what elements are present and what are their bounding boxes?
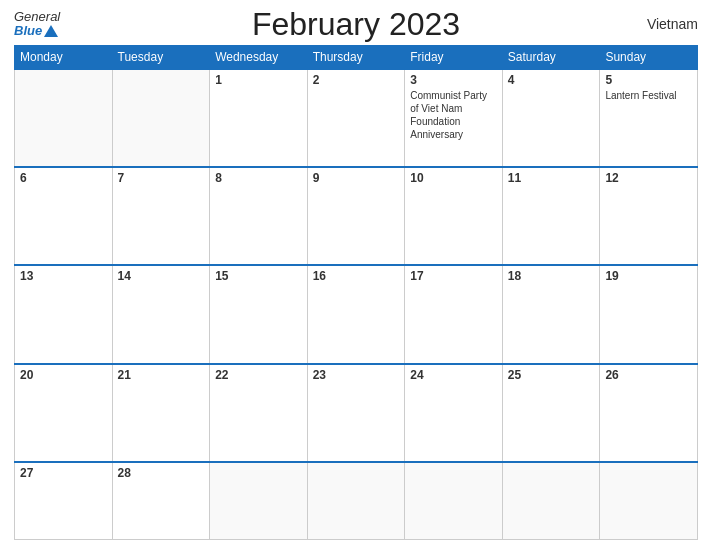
day-number: 1 [215, 73, 302, 87]
calendar-cell [600, 462, 698, 540]
calendar-cell: 3Communist Party of Viet Nam Foundation … [405, 69, 503, 167]
calendar-cell: 14 [112, 265, 210, 363]
calendar-cell: 19 [600, 265, 698, 363]
header-thursday: Thursday [307, 45, 405, 69]
calendar-cell: 16 [307, 265, 405, 363]
calendar-cell: 11 [502, 167, 600, 265]
day-number: 2 [313, 73, 400, 87]
table-row: 20212223242526 [15, 364, 698, 462]
header-friday: Friday [405, 45, 503, 69]
calendar-cell: 18 [502, 265, 600, 363]
table-row: 123Communist Party of Viet Nam Foundatio… [15, 69, 698, 167]
calendar-cell [307, 462, 405, 540]
day-number: 21 [118, 368, 205, 382]
day-number: 15 [215, 269, 302, 283]
logo: General Blue [14, 10, 60, 39]
calendar-cell: 8 [210, 167, 308, 265]
day-number: 27 [20, 466, 107, 480]
calendar-cell: 15 [210, 265, 308, 363]
logo-blue-row: Blue [14, 24, 60, 38]
header-tuesday: Tuesday [112, 45, 210, 69]
day-number: 28 [118, 466, 205, 480]
header-wednesday: Wednesday [210, 45, 308, 69]
calendar-cell: 17 [405, 265, 503, 363]
table-row: 13141516171819 [15, 265, 698, 363]
day-number: 9 [313, 171, 400, 185]
calendar-cell: 10 [405, 167, 503, 265]
day-number: 14 [118, 269, 205, 283]
calendar-cell: 5Lantern Festival [600, 69, 698, 167]
day-number: 3 [410, 73, 497, 87]
calendar-cell: 2 [307, 69, 405, 167]
month-title: February 2023 [252, 6, 460, 43]
day-number: 17 [410, 269, 497, 283]
calendar-cell [112, 69, 210, 167]
day-number: 20 [20, 368, 107, 382]
calendar-cell: 25 [502, 364, 600, 462]
calendar-cell: 21 [112, 364, 210, 462]
day-number: 4 [508, 73, 595, 87]
day-number: 23 [313, 368, 400, 382]
logo-blue-text: Blue [14, 24, 42, 38]
calendar-cell [502, 462, 600, 540]
table-row: 6789101112 [15, 167, 698, 265]
calendar-container: General Blue February 2023 Vietnam Monda… [0, 0, 712, 550]
calendar-table: Monday Tuesday Wednesday Thursday Friday… [14, 45, 698, 540]
event-text: Communist Party of Viet Nam Foundation A… [410, 90, 487, 140]
country-label: Vietnam [647, 16, 698, 32]
day-number: 7 [118, 171, 205, 185]
calendar-cell: 24 [405, 364, 503, 462]
calendar-cell: 7 [112, 167, 210, 265]
day-number: 6 [20, 171, 107, 185]
header-saturday: Saturday [502, 45, 600, 69]
day-number: 24 [410, 368, 497, 382]
day-number: 22 [215, 368, 302, 382]
calendar-cell: 1 [210, 69, 308, 167]
calendar-cell [210, 462, 308, 540]
calendar-cell [405, 462, 503, 540]
day-number: 25 [508, 368, 595, 382]
event-text: Lantern Festival [605, 90, 676, 101]
calendar-cell [15, 69, 113, 167]
calendar-cell: 20 [15, 364, 113, 462]
day-number: 12 [605, 171, 692, 185]
calendar-cell: 12 [600, 167, 698, 265]
day-number: 5 [605, 73, 692, 87]
header-monday: Monday [15, 45, 113, 69]
day-number: 26 [605, 368, 692, 382]
calendar-header: General Blue February 2023 Vietnam [14, 10, 698, 39]
day-number: 8 [215, 171, 302, 185]
table-row: 2728 [15, 462, 698, 540]
day-number: 18 [508, 269, 595, 283]
calendar-cell: 13 [15, 265, 113, 363]
calendar-cell: 23 [307, 364, 405, 462]
calendar-cell: 27 [15, 462, 113, 540]
day-number: 10 [410, 171, 497, 185]
day-number: 11 [508, 171, 595, 185]
calendar-cell: 26 [600, 364, 698, 462]
day-number: 16 [313, 269, 400, 283]
header-sunday: Sunday [600, 45, 698, 69]
calendar-cell: 6 [15, 167, 113, 265]
weekday-header-row: Monday Tuesday Wednesday Thursday Friday… [15, 45, 698, 69]
calendar-cell: 9 [307, 167, 405, 265]
calendar-cell: 4 [502, 69, 600, 167]
day-number: 13 [20, 269, 107, 283]
logo-general-text: General [14, 10, 60, 24]
day-number: 19 [605, 269, 692, 283]
calendar-cell: 28 [112, 462, 210, 540]
calendar-cell: 22 [210, 364, 308, 462]
logo-triangle-icon [44, 25, 58, 37]
